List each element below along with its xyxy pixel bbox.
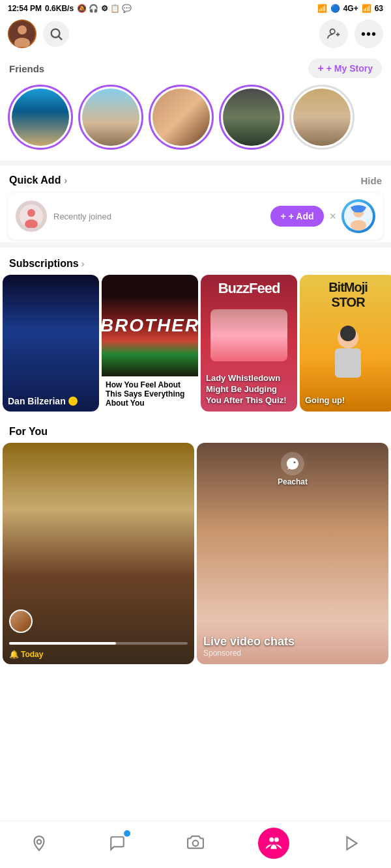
battery: 63	[375, 4, 383, 13]
my-story-label: + My Story	[326, 63, 373, 74]
nav-play[interactable]	[336, 828, 368, 859]
sub-card-caption-2: How You Feel About This Says Everything …	[102, 376, 198, 412]
for-you-card-2[interactable]: Peachat Live video chats Sponsored	[197, 443, 388, 664]
status-left: 12:54 PM 0.6KB/s 🔕 🎧 ⚙ 📋 💬	[8, 4, 132, 13]
quick-add-label: Quick Add ›	[9, 175, 67, 186]
quick-add-header: Quick Add › Hide	[0, 168, 391, 190]
subscriptions-header: Subscriptions ›	[0, 250, 391, 275]
story-item-2[interactable]	[78, 85, 143, 150]
quick-add-sub: Recently joined	[53, 212, 264, 221]
sub-card-caption-4: Going up!	[305, 395, 391, 406]
bottom-spacer	[0, 664, 391, 716]
story-item-4[interactable]	[219, 85, 284, 150]
icons-row: 🔕 🎧 ⚙ 📋 💬	[77, 4, 132, 13]
more-options-button[interactable]: •••	[355, 20, 383, 48]
add-label: + Add	[289, 211, 314, 221]
stories-row	[0, 82, 391, 158]
for-you-card-1[interactable]: 🔔 Today	[3, 443, 194, 664]
svg-point-3	[51, 29, 60, 38]
svg-point-19	[193, 841, 199, 847]
svg-marker-22	[347, 837, 356, 850]
quick-add-card: Recently joined + + Add ×	[8, 193, 383, 240]
user-avatar[interactable]	[8, 20, 36, 48]
bottom-nav	[0, 820, 391, 868]
story-item-3[interactable]	[149, 85, 214, 150]
sub-card-4[interactable]: BitMojiSTOR Going up!	[300, 275, 391, 412]
fy-progress-bar	[9, 642, 188, 645]
fy-today-label: 🔔 Today	[9, 650, 43, 659]
story-item-1[interactable]	[8, 85, 73, 150]
sub-card-3[interactable]: BuzzFeed Lady Whistledown Might Be Judgi…	[201, 275, 297, 412]
network-icon: 4G+	[343, 4, 358, 13]
nav-people[interactable]	[258, 828, 289, 859]
my-story-button[interactable]: + + My Story	[308, 59, 382, 78]
svg-point-20	[270, 837, 274, 842]
data-speed: 0.6KB/s	[45, 4, 74, 13]
sub-card-caption-3: Lady Whistledown Might Be Judging You Af…	[206, 373, 292, 406]
spacer	[0, 412, 391, 417]
search-button[interactable]	[43, 21, 69, 47]
story-item-5[interactable]	[289, 85, 355, 150]
friends-title: Friends	[9, 63, 44, 74]
svg-point-13	[351, 220, 366, 231]
quick-add-chevron: ›	[64, 175, 67, 186]
sub-card-1[interactable]: Dan Bilzerian	[3, 275, 99, 412]
svg-point-17	[294, 462, 296, 464]
brother-title: BROTHER	[102, 315, 198, 336]
divider-2	[0, 242, 391, 247]
status-bar: 12:54 PM 0.6KB/s 🔕 🎧 ⚙ 📋 💬 📶 🔵 4G+ 📶 63	[0, 0, 391, 17]
for-you-grid: 🔔 Today Peachat Live video chats Sponsor…	[0, 443, 391, 664]
friends-header: Friends + + My Story	[0, 53, 391, 82]
divider-1	[0, 160, 391, 165]
hide-button[interactable]: Hide	[360, 175, 382, 186]
sub-card-name-1: Dan Bilzerian	[8, 396, 94, 406]
svg-point-1	[18, 25, 27, 35]
verified-badge-1	[68, 397, 78, 406]
fy-card-avatar-1	[9, 609, 33, 633]
svg-point-18	[37, 840, 42, 845]
chat-notification-dot	[124, 830, 130, 837]
my-story-plus: +	[317, 63, 323, 74]
fy-card-content-2: Live video chats Sponsored	[197, 628, 388, 664]
status-right: 📶 🔵 4G+ 📶 63	[317, 4, 383, 13]
close-button[interactable]: ×	[329, 210, 336, 223]
signal-icon: 📶	[362, 4, 371, 13]
sub-card-2[interactable]: BROTHER How You Feel About This Says Eve…	[102, 275, 198, 412]
for-you-title: For You	[0, 417, 391, 443]
fy-card-title-2: Live video chats	[203, 635, 382, 649]
time: 12:54 PM	[8, 4, 42, 13]
quick-add-avatar	[16, 201, 47, 232]
quick-add-info: Recently joined	[47, 212, 270, 221]
svg-point-16	[340, 326, 356, 341]
bluetooth-icon: 🔵	[330, 4, 340, 13]
peachat-icon	[281, 452, 304, 475]
nav-chat[interactable]	[102, 828, 133, 859]
svg-point-5	[330, 29, 335, 34]
svg-point-9	[27, 209, 35, 217]
top-nav: •••	[0, 17, 391, 53]
add-friend-button[interactable]	[319, 20, 348, 48]
quick-add-text: Quick Add	[9, 175, 61, 186]
subscriptions-grid: Dan Bilzerian BROTHER How You Feel About…	[0, 275, 391, 412]
peachat-name: Peachat	[278, 477, 308, 486]
nav-map[interactable]	[23, 828, 55, 859]
svg-line-4	[59, 36, 62, 40]
subscriptions-chevron: ›	[81, 259, 85, 269]
subscriptions-title: Subscriptions	[9, 258, 79, 270]
svg-rect-15	[335, 348, 361, 378]
fy-card-sub-2: Sponsored	[203, 649, 382, 658]
peachat-logo: Peachat	[278, 452, 308, 486]
wifi-icon: 📶	[317, 4, 327, 13]
svg-point-21	[274, 837, 279, 842]
add-button[interactable]: + + Add	[270, 206, 325, 227]
nav-camera[interactable]	[180, 828, 211, 859]
quick-add-avatar2	[341, 199, 375, 233]
